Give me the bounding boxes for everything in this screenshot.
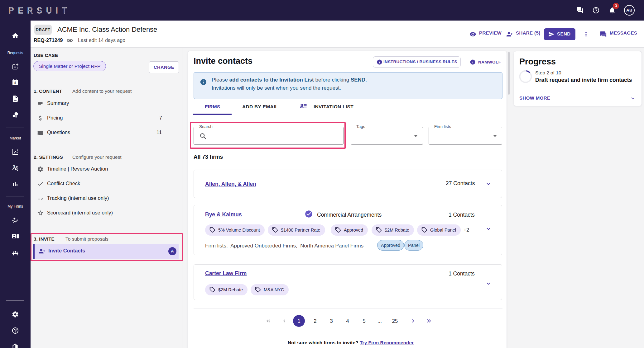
svg-text:$: $ xyxy=(14,81,16,85)
svg-text:$: $ xyxy=(13,164,15,168)
